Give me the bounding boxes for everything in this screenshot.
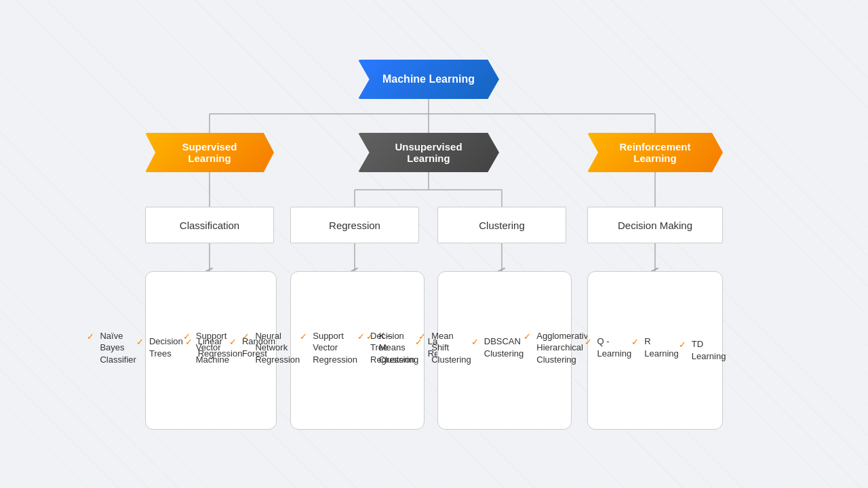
clustering-list: ✓ K – Means Clustering ✓ Mean Shift Clus… <box>437 271 572 430</box>
classification-node: Classification <box>145 207 274 243</box>
list-item: ✓ K – Means Clustering <box>366 330 419 366</box>
list-item: ✓ Agglomerative Hierarchical Clustering <box>524 330 593 366</box>
list-item: ✓ Linear Regression <box>185 336 243 359</box>
decision-making-node: Decision Making <box>587 207 723 243</box>
reinforcement-learning-node: ReinforcementLearning <box>587 133 723 172</box>
check-icon: ✓ <box>631 336 639 348</box>
diagram-container: Machine Learning SupervisedLearning Unsu… <box>0 0 868 488</box>
reinforcement-label: ReinforcementLearning <box>619 141 690 164</box>
regression-label: Regression <box>329 220 380 231</box>
clustering-node: Clustering <box>437 207 566 243</box>
classification-label: Classification <box>180 220 239 231</box>
decision-label: Decision Making <box>618 220 692 231</box>
check-icon: ✓ <box>136 336 144 348</box>
check-icon: ✓ <box>87 331 94 343</box>
root-node: Machine Learning <box>358 60 499 99</box>
supervised-label: SupervisedLearning <box>182 141 237 164</box>
list-item: ✓ Support Vector Regression <box>300 330 357 366</box>
check-icon: ✓ <box>185 336 193 348</box>
check-icon: ✓ <box>471 336 479 348</box>
clustering-label: Clustering <box>479 220 525 231</box>
check-icon: ✓ <box>357 331 365 343</box>
check-icon: ✓ <box>366 331 374 343</box>
unsupervised-learning-node: UnsupervisedLearning <box>358 133 499 172</box>
check-icon: ✓ <box>585 336 592 348</box>
check-icon: ✓ <box>524 331 531 343</box>
check-icon: ✓ <box>679 339 686 351</box>
root-label: Machine Learning <box>382 73 475 85</box>
regression-node: Regression <box>290 207 419 243</box>
list-item: ✓ DBSCAN Clustering <box>471 336 524 359</box>
list-item: ✓ R Learning <box>631 336 679 359</box>
list-item: ✓ Naïve Bayes Classifier <box>87 330 136 366</box>
check-icon: ✓ <box>300 331 307 343</box>
check-icon: ✓ <box>418 331 426 343</box>
list-item: ✓ TD Learning <box>679 338 726 362</box>
unsupervised-label: UnsupervisedLearning <box>395 141 462 164</box>
list-item: ✓ Decision Trees <box>136 336 183 359</box>
decision-list: ✓ Q -Learning ✓ R Learning ✓ TD Learning <box>587 271 723 430</box>
check-icon: ✓ <box>242 331 250 343</box>
list-item: ✓ Q -Learning <box>585 336 632 359</box>
supervised-learning-node: SupervisedLearning <box>145 133 274 172</box>
list-item: ✓ Neural Network Regression <box>242 330 300 366</box>
list-item: ✓ Mean Shift Clustering <box>418 330 471 366</box>
